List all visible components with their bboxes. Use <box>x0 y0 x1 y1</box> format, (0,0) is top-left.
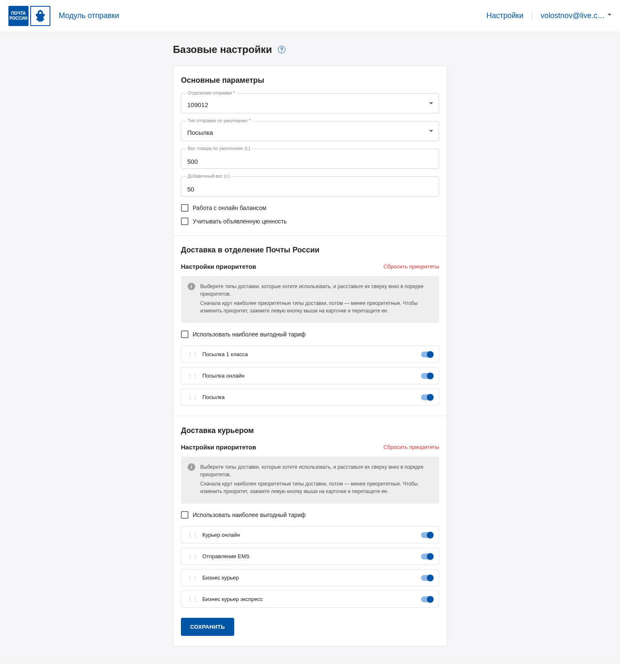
pickup-best-tariff-label: Использовать наиболее выгодный тариф <box>193 331 306 338</box>
pickup-section: Доставка в отделение Почты России Настро… <box>173 235 447 416</box>
module-link[interactable]: Модуль отправки <box>59 11 119 20</box>
header: ПОЧТА РОССИИ Модуль отправки Настройки |… <box>0 0 620 32</box>
department-field[interactable]: Отделение отправки * 109012 <box>181 93 439 113</box>
main-params-section: Основные параметры Отделение отправки * … <box>173 66 447 235</box>
footer: 2020 © ФГУП Почта России Поддержка <box>0 663 620 672</box>
drag-handle-icon[interactable] <box>187 577 197 579</box>
drag-handle-icon[interactable] <box>187 534 197 536</box>
type-select[interactable]: Посылка <box>181 121 439 141</box>
logo[interactable]: ПОЧТА РОССИИ <box>8 6 50 26</box>
online-balance-label: Работа с онлайн балансом <box>193 205 267 211</box>
separator: | <box>531 11 533 20</box>
header-right: Настройки | volostnov@live.c… <box>487 11 612 20</box>
priority-toggle[interactable] <box>421 352 433 357</box>
drag-handle-icon[interactable] <box>187 396 197 398</box>
priority-item[interactable]: Бизнес курьер экспресс <box>181 591 439 608</box>
pickup-best-tariff-checkbox[interactable] <box>181 331 188 338</box>
info-icon: i <box>188 283 195 290</box>
priority-toggle[interactable] <box>421 596 433 602</box>
courier-reset-link[interactable]: Сбросить приоритеты <box>383 444 439 450</box>
priority-item[interactable]: Посылка <box>181 388 439 406</box>
drag-handle-icon[interactable] <box>187 556 197 557</box>
logo-eagle-icon <box>30 6 50 26</box>
info-icon: i <box>188 463 195 471</box>
settings-card: Основные параметры Отделение отправки * … <box>173 66 447 646</box>
pickup-info-box: i Выберите типы доставки, которые хотите… <box>181 276 439 323</box>
weight-field: Вес товара по умолчанию (г.) <box>181 149 439 169</box>
priority-item[interactable]: Посылка онлайн <box>181 367 439 384</box>
priority-toggle[interactable] <box>421 532 433 538</box>
courier-title: Доставка курьером <box>181 426 439 435</box>
courier-priorities-title: Настройки приоритетов <box>181 444 256 451</box>
declared-value-checkbox[interactable] <box>181 218 188 225</box>
priority-toggle[interactable] <box>421 575 433 581</box>
priority-item[interactable]: Посылка 1 класса <box>181 346 439 363</box>
courier-best-tariff-label: Использовать наиболее выгодный тариф <box>193 512 306 518</box>
extra-weight-input[interactable] <box>181 176 439 197</box>
page-title-row: Базовые настройки ? <box>173 44 447 55</box>
pickup-reset-link[interactable]: Сбросить приоритеты <box>383 263 439 270</box>
extra-weight-field: Добавочный вес (г.) <box>181 176 439 197</box>
save-button[interactable]: СОХРАНИТЬ <box>181 618 234 636</box>
online-balance-checkbox[interactable] <box>181 204 188 212</box>
courier-section: Доставка курьером Настройки приоритетов … <box>173 416 447 646</box>
pickup-priorities-title: Настройки приоритетов <box>181 263 256 270</box>
priority-item[interactable]: Бизнес курьер <box>181 569 439 586</box>
drag-handle-icon[interactable] <box>187 375 197 377</box>
courier-best-tariff-row: Использовать наиболее выгодный тариф <box>181 511 439 519</box>
priority-toggle[interactable] <box>421 373 433 379</box>
priority-toggle[interactable] <box>421 394 433 400</box>
weight-input[interactable] <box>181 149 439 169</box>
department-select[interactable]: 109012 <box>181 93 439 113</box>
pickup-best-tariff-row: Использовать наиболее выгодный тариф <box>181 331 439 338</box>
courier-best-tariff-checkbox[interactable] <box>181 511 188 519</box>
type-field[interactable]: Тип отправки по умолчанию * Посылка <box>181 121 439 141</box>
declared-value-row: Учитывать объявленную ценность <box>181 218 439 225</box>
page-title: Базовые настройки <box>173 44 272 55</box>
help-icon[interactable]: ? <box>278 46 285 53</box>
pickup-title: Доставка в отделение Почты России <box>181 246 439 255</box>
online-balance-row: Работа с онлайн балансом <box>181 204 439 212</box>
priority-toggle[interactable] <box>421 554 433 559</box>
drag-handle-icon[interactable] <box>187 598 197 600</box>
main-params-title: Основные параметры <box>181 76 439 85</box>
user-menu[interactable]: volostnov@live.c… <box>541 11 612 20</box>
priority-item[interactable]: Курьер онлайн <box>181 526 439 543</box>
priority-item[interactable]: Отправление EMS <box>181 548 439 565</box>
chevron-down-icon <box>607 14 612 16</box>
settings-link[interactable]: Настройки <box>487 11 523 20</box>
declared-value-label: Учитывать объявленную ценность <box>193 218 287 225</box>
chevron-down-icon <box>429 102 433 105</box>
drag-handle-icon[interactable] <box>187 354 197 355</box>
courier-info-box: i Выберите типы доставки, которые хотите… <box>181 457 439 504</box>
chevron-down-icon <box>429 130 433 132</box>
logo-text: ПОЧТА РОССИИ <box>8 6 29 26</box>
